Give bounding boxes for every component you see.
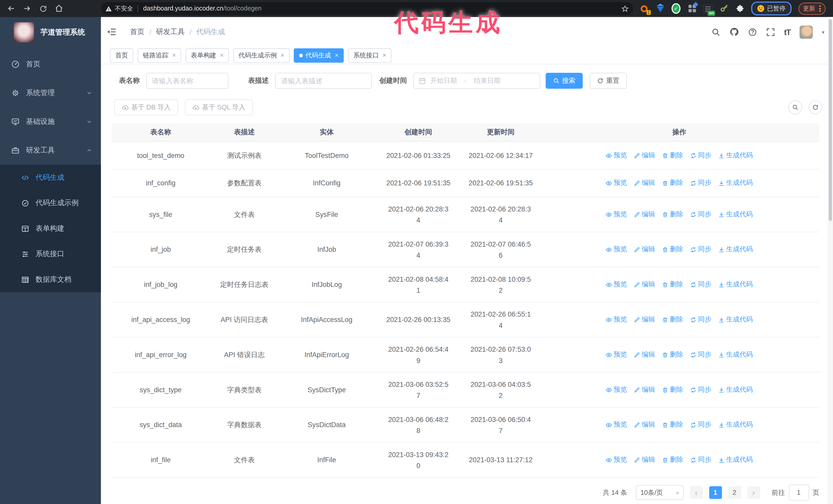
reset-button[interactable]: 重置 bbox=[590, 73, 627, 89]
sync-link[interactable]: 同步 bbox=[690, 455, 711, 464]
app-logo[interactable]: 芋道管理系统 bbox=[0, 17, 101, 48]
edit-link[interactable]: 编辑 bbox=[634, 421, 655, 429]
extension-grid-icon[interactable] bbox=[687, 4, 696, 13]
tag-codegen-example[interactable]: 代码生成示例× bbox=[233, 48, 290, 63]
breadcrumb-home[interactable]: 首页 bbox=[130, 27, 145, 37]
edit-link[interactable]: 编辑 bbox=[634, 245, 655, 254]
delete-link[interactable]: 删除 bbox=[662, 350, 683, 359]
preview-link[interactable]: 预览 bbox=[606, 245, 627, 254]
generate-code-link[interactable]: 生成代码 bbox=[718, 178, 753, 187]
address-bar[interactable]: 不安全 dashboard.yudao.iocoder.cn/tool/code… bbox=[101, 2, 633, 15]
generate-code-link[interactable]: 生成代码 bbox=[718, 455, 753, 464]
preview-link[interactable]: 预览 bbox=[606, 421, 627, 429]
sync-link[interactable]: 同步 bbox=[690, 421, 711, 429]
date-range-picker[interactable]: 开始日期 - 结束日期 bbox=[413, 73, 540, 89]
search-icon[interactable] bbox=[711, 27, 720, 37]
edit-link[interactable]: 编辑 bbox=[634, 280, 655, 289]
user-avatar[interactable] bbox=[800, 25, 813, 39]
tag-form-builder[interactable]: 表单构建× bbox=[185, 48, 229, 63]
close-icon[interactable]: × bbox=[382, 51, 386, 59]
font-size-icon[interactable]: tT bbox=[784, 27, 790, 37]
delete-link[interactable]: 删除 bbox=[662, 210, 683, 219]
import-db-button[interactable]: 基于 DB 导入 bbox=[114, 99, 178, 115]
sidebar-collapse-icon[interactable] bbox=[107, 27, 116, 37]
generate-code-link[interactable]: 生成代码 bbox=[718, 151, 753, 160]
browser-home-button[interactable] bbox=[51, 1, 67, 16]
help-icon[interactable] bbox=[748, 27, 757, 37]
generate-code-link[interactable]: 生成代码 bbox=[718, 280, 753, 289]
profile-paused-chip[interactable]: 已暂停 bbox=[751, 2, 791, 16]
sidebar-item-code-generation[interactable]: 代码生成 bbox=[0, 165, 101, 190]
sidebar-item-code-generation-example[interactable]: 代码生成示例 bbox=[0, 190, 101, 216]
table-desc-input[interactable] bbox=[275, 73, 372, 89]
sync-link[interactable]: 同步 bbox=[690, 280, 711, 289]
preview-link[interactable]: 预览 bbox=[606, 455, 627, 464]
sync-link[interactable]: 同步 bbox=[690, 151, 711, 160]
sidebar-item-system-management[interactable]: 系统管理 bbox=[0, 79, 101, 107]
extension-switch-icon[interactable]: on bbox=[703, 4, 712, 13]
sidebar-item-dev-tools[interactable]: 研发工具 bbox=[0, 136, 101, 165]
delete-link[interactable]: 删除 bbox=[662, 178, 683, 187]
refresh-table-button[interactable] bbox=[809, 100, 823, 114]
sync-link[interactable]: 同步 bbox=[690, 210, 711, 219]
browser-back-button[interactable] bbox=[3, 1, 19, 16]
delete-link[interactable]: 删除 bbox=[662, 280, 683, 289]
delete-link[interactable]: 删除 bbox=[662, 455, 683, 464]
sync-link[interactable]: 同步 bbox=[690, 350, 711, 359]
edit-link[interactable]: 编辑 bbox=[634, 178, 655, 187]
sidebar-item-infrastructure[interactable]: 基础设施 bbox=[0, 107, 101, 136]
sidebar-item-system-api[interactable]: 系统接口 bbox=[0, 241, 101, 267]
edit-link[interactable]: 编辑 bbox=[634, 151, 655, 160]
edit-link[interactable]: 编辑 bbox=[634, 315, 655, 324]
tag-code-generation-active[interactable]: 代码生成× bbox=[294, 48, 344, 63]
edit-link[interactable]: 编辑 bbox=[634, 350, 655, 359]
sync-link[interactable]: 同步 bbox=[690, 178, 711, 187]
page-button-2[interactable]: 2 bbox=[728, 486, 741, 499]
bookmark-star-icon[interactable] bbox=[621, 4, 629, 13]
sidebar-item-database-doc[interactable]: 数据库文档 bbox=[0, 267, 101, 292]
browser-reload-button[interactable] bbox=[35, 1, 51, 16]
generate-code-link[interactable]: 生成代码 bbox=[718, 315, 753, 324]
edit-link[interactable]: 编辑 bbox=[634, 385, 655, 394]
page-size-select[interactable]: 10条/页 ▾ bbox=[636, 485, 684, 500]
github-icon[interactable] bbox=[729, 27, 739, 37]
extension-gem-icon[interactable] bbox=[656, 4, 665, 13]
browser-update-button[interactable]: 更新 bbox=[798, 2, 825, 15]
edit-link[interactable]: 编辑 bbox=[634, 455, 655, 464]
sync-link[interactable]: 同步 bbox=[690, 385, 711, 394]
close-icon[interactable]: × bbox=[335, 51, 339, 59]
delete-link[interactable]: 删除 bbox=[662, 151, 683, 160]
extension-donut-icon[interactable]: 1 bbox=[640, 4, 649, 13]
close-icon[interactable]: × bbox=[280, 51, 284, 59]
close-icon[interactable]: × bbox=[172, 51, 176, 59]
generate-code-link[interactable]: 生成代码 bbox=[718, 421, 753, 429]
preview-link[interactable]: 预览 bbox=[606, 280, 627, 289]
sync-link[interactable]: 同步 bbox=[690, 245, 711, 254]
prev-page-button[interactable]: ‹ bbox=[690, 486, 703, 499]
delete-link[interactable]: 删除 bbox=[662, 315, 683, 324]
extensions-puzzle-icon[interactable] bbox=[735, 4, 744, 13]
fullscreen-icon[interactable] bbox=[766, 27, 775, 37]
scrollbar-thumb[interactable] bbox=[829, 19, 832, 221]
sidebar-item-form-builder[interactable]: 表单构建 bbox=[0, 216, 101, 241]
page-button-1[interactable]: 1 bbox=[709, 486, 722, 499]
sidebar-item-home[interactable]: 首页 bbox=[0, 50, 101, 79]
import-sql-button[interactable]: 基于 SQL 导入 bbox=[185, 99, 253, 115]
preview-link[interactable]: 预览 bbox=[606, 315, 627, 324]
tag-tracing[interactable]: 链路追踪× bbox=[138, 48, 181, 63]
generate-code-link[interactable]: 生成代码 bbox=[718, 350, 753, 359]
user-menu-caret-icon[interactable]: ▾ bbox=[822, 29, 824, 35]
toggle-search-button[interactable] bbox=[788, 100, 802, 114]
delete-link[interactable]: 删除 bbox=[662, 385, 683, 394]
breadcrumb-dev-tools[interactable]: 研发工具 bbox=[156, 27, 185, 37]
browser-forward-button[interactable] bbox=[19, 1, 35, 16]
edit-link[interactable]: 编辑 bbox=[634, 210, 655, 219]
delete-link[interactable]: 删除 bbox=[662, 421, 683, 429]
preview-link[interactable]: 预览 bbox=[606, 385, 627, 394]
search-button[interactable]: 搜索 bbox=[546, 73, 583, 89]
extension-check-icon[interactable]: ✓ bbox=[671, 4, 681, 13]
goto-page-input[interactable] bbox=[789, 484, 809, 500]
preview-link[interactable]: 预览 bbox=[606, 151, 627, 160]
sync-link[interactable]: 同步 bbox=[690, 315, 711, 324]
tag-system-api[interactable]: 系统接口× bbox=[348, 48, 391, 63]
